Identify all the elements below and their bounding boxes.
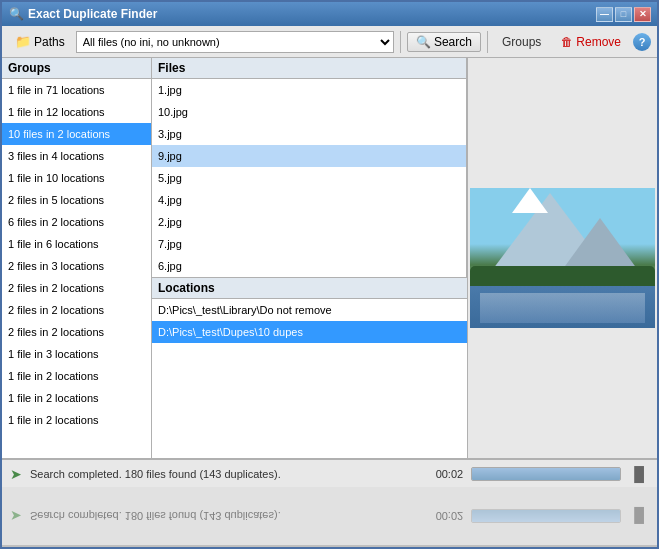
list-item[interactable]: 2 files in 3 locations [2, 255, 151, 277]
tree-line [470, 266, 655, 286]
title-bar: 🔍 Exact Duplicate Finder — □ ✕ [2, 2, 657, 26]
mirrored-progress-bar [471, 509, 621, 523]
list-item[interactable]: 1.jpg [152, 79, 466, 101]
list-item[interactable]: 10.jpg [152, 101, 466, 123]
mirrored-progress-fill [472, 510, 620, 522]
list-item[interactable]: 2 files in 2 locations [2, 277, 151, 299]
list-item[interactable]: 1 file in 12 locations [2, 101, 151, 123]
list-item[interactable]: 6.jpg [152, 255, 466, 277]
mirrored-arrow-icon: ➤ [10, 508, 22, 524]
window-title: Exact Duplicate Finder [28, 7, 157, 21]
list-item[interactable]: 9.jpg [152, 145, 466, 167]
bars-icon: ▐▌ [629, 466, 649, 482]
status-time: 00:02 [436, 468, 464, 480]
toolbar: 📁 Paths All files (no ini, no unknown) 🔍… [2, 26, 657, 58]
search-icon: 🔍 [416, 35, 431, 49]
list-item[interactable]: 1 file in 3 locations [2, 343, 151, 365]
mirrored-time: 00:02 [436, 510, 464, 522]
files-panel: Files 1.jpg 10.jpg 3.jpg 9.jpg 5.jpg 4.j… [152, 58, 467, 278]
separator-1 [400, 31, 401, 53]
list-item[interactable]: 2 files in 2 locations [2, 321, 151, 343]
progress-bar-fill [472, 468, 620, 480]
groups-button[interactable]: Groups [494, 33, 549, 51]
water-shape [470, 286, 655, 328]
maximize-button[interactable]: □ [615, 7, 632, 22]
locations-panel: Locations D:\Pics\_test\Library\Do not r… [152, 278, 467, 458]
list-item[interactable]: 7.jpg [152, 233, 466, 255]
preview-panel [467, 58, 657, 458]
groups-panel: Groups 1 file in 71 locations 1 file in … [2, 58, 152, 458]
list-item[interactable]: 6 files in 2 locations [2, 211, 151, 233]
main-content: Groups 1 file in 71 locations 1 file in … [2, 58, 657, 547]
water-reflection [480, 293, 645, 323]
minimize-button[interactable]: — [596, 7, 613, 22]
list-item[interactable]: D:\Pics\_test\Dupes\10 dupes [152, 321, 467, 343]
list-item[interactable]: 2 files in 5 locations [2, 189, 151, 211]
status-bar: ➤ Search completed. 180 files found (143… [2, 459, 657, 487]
locations-list: D:\Pics\_test\Library\Do not remove D:\P… [152, 299, 467, 458]
list-item[interactable]: 4.jpg [152, 189, 466, 211]
list-item[interactable]: 2.jpg [152, 211, 466, 233]
mountain2-shape [560, 218, 640, 273]
status-arrow-icon: ➤ [10, 466, 22, 482]
paths-button[interactable]: 📁 Paths [8, 31, 72, 52]
remove-button[interactable]: 🗑 Remove [553, 33, 629, 51]
folder-icon: 📁 [15, 34, 31, 49]
main-window: 🔍 Exact Duplicate Finder — □ ✕ 📁 Paths A… [0, 0, 659, 549]
mountain-snow [512, 188, 548, 213]
separator-2 [487, 31, 488, 53]
list-item[interactable]: 3 files in 4 locations [2, 145, 151, 167]
mirrored-bars-icon: ▐▌ [629, 508, 649, 524]
search-button[interactable]: 🔍 Search [407, 32, 481, 52]
search-label: Search [434, 35, 472, 49]
files-list: 1.jpg 10.jpg 3.jpg 9.jpg 5.jpg 4.jpg 2.j… [152, 79, 466, 277]
list-item[interactable]: 2 files in 2 locations [2, 299, 151, 321]
app-icon: 🔍 [8, 6, 24, 22]
title-bar-left: 🔍 Exact Duplicate Finder [8, 6, 157, 22]
remove-icon: 🗑 [561, 35, 573, 49]
close-button[interactable]: ✕ [634, 7, 651, 22]
mirrored-status-bar: ➤ Search completed. 180 files found (143… [2, 487, 657, 547]
locations-header: Locations [152, 278, 467, 299]
mirrored-status-text: Search completed. 180 files found (143 d… [30, 510, 428, 522]
list-item[interactable]: 1 file in 2 locations [2, 387, 151, 409]
help-button[interactable]: ? [633, 33, 651, 51]
status-text: Search completed. 180 files found (143 d… [30, 468, 428, 480]
top-panel: Groups 1 file in 71 locations 1 file in … [2, 58, 657, 459]
middle-panel: Files 1.jpg 10.jpg 3.jpg 9.jpg 5.jpg 4.j… [152, 58, 467, 458]
progress-bar [471, 467, 621, 481]
groups-label: Groups [502, 35, 541, 49]
groups-list: 1 file in 71 locations 1 file in 12 loca… [2, 79, 151, 458]
list-item[interactable]: 1 file in 2 locations [2, 365, 151, 387]
remove-label: Remove [576, 35, 621, 49]
list-item[interactable]: D:\Pics\_test\Library\Do not remove [152, 299, 467, 321]
paths-label: Paths [34, 35, 65, 49]
list-item[interactable]: 1 file in 10 locations [2, 167, 151, 189]
filter-select[interactable]: All files (no ini, no unknown) [76, 31, 394, 53]
list-item[interactable]: 3.jpg [152, 123, 466, 145]
files-header: Files [152, 58, 466, 79]
list-item[interactable]: 10 files in 2 locations [2, 123, 151, 145]
title-buttons: — □ ✕ [596, 7, 651, 22]
groups-header: Groups [2, 58, 151, 79]
list-item[interactable]: 1 file in 2 locations [2, 409, 151, 431]
list-item[interactable]: 1 file in 6 locations [2, 233, 151, 255]
preview-image [470, 188, 655, 328]
list-item[interactable]: 1 file in 71 locations [2, 79, 151, 101]
list-item[interactable]: 5.jpg [152, 167, 466, 189]
filter-dropdown-area: All files (no ini, no unknown) [76, 31, 394, 53]
